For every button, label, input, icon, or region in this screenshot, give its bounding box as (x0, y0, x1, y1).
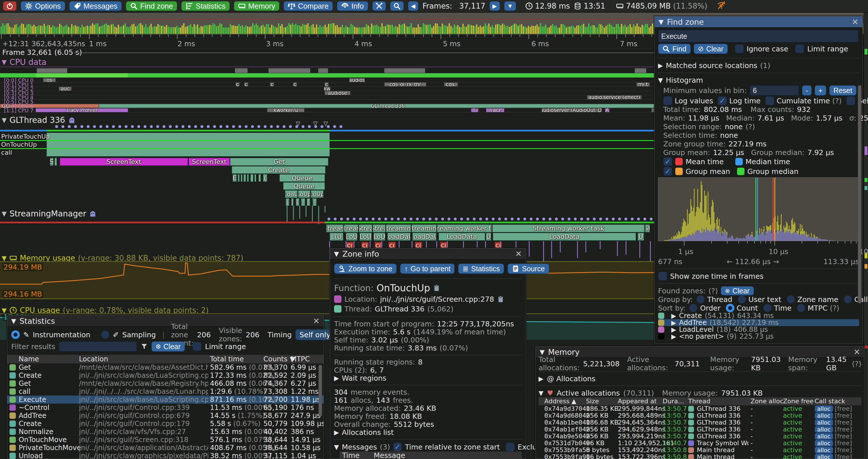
message-dot[interactable] (175, 125, 178, 128)
memory-table-header[interactable]: Address ▲SizeAppeared atDura...ThreadZon… (538, 397, 861, 405)
message-dot[interactable] (150, 125, 153, 128)
zone-kworker/u[interactable]: kworker/u (267, 108, 305, 112)
allocation-row[interactable]: 0x74a9d68040256 KB295,668,489ns13:50.7GL… (538, 412, 861, 419)
message-dot[interactable] (131, 125, 134, 128)
message-dot[interactable] (587, 218, 589, 221)
zone-LoadDaU[interactable]: LoadDaU (388, 233, 410, 240)
message-dot[interactable] (378, 218, 381, 221)
message-dot[interactable] (346, 218, 349, 221)
message-dot[interactable] (308, 125, 311, 128)
message-dot[interactable] (606, 218, 608, 221)
info-button[interactable]: Info (337, 1, 368, 11)
message-dot[interactable] (61, 125, 64, 128)
msg-column-Message[interactable]: Message (374, 452, 405, 459)
message-dot[interactable] (200, 125, 204, 128)
alloc-button[interactable]: alloc (814, 440, 833, 447)
zone-|~[interactable]: |~ (312, 198, 316, 206)
table-row[interactable]: Createjni/../jni/src/claw/base/LuaScript… (7, 371, 324, 380)
bin-reset-button[interactable]: Reset (829, 85, 857, 96)
zone-fragment[interactable] (238, 174, 240, 182)
column-header-Counts[interactable]: Counts ▼ (264, 355, 295, 363)
message-dot[interactable] (353, 218, 355, 221)
found-zones-list[interactable]: ▶Create(54,131)643.34 ms▶AddTree(18,542)… (658, 312, 859, 340)
find-button[interactable]: Find (658, 44, 691, 54)
sortby-Count[interactable] (726, 304, 735, 312)
message-dot[interactable] (295, 125, 298, 128)
message-dot[interactable] (372, 218, 375, 221)
allocations-expander[interactable]: ▶@ Allocations (538, 374, 861, 383)
log-values-checkbox[interactable] (663, 96, 673, 105)
message-dot[interactable] (410, 218, 412, 221)
message-dot[interactable] (162, 125, 165, 128)
messages-header[interactable]: TimeMessage (340, 452, 522, 459)
table-row[interactable]: Createjni/../jni/src/guif/Control.cpp:17… (7, 420, 324, 428)
filter-input[interactable] (59, 341, 137, 352)
zone-call[interactable] (46, 149, 330, 157)
cumulate-checkbox[interactable] (765, 96, 774, 105)
message-dot[interactable] (340, 218, 343, 221)
zone-audioserver (AudioOut_D)[interactable]: audioserver (AudioOut_D) (542, 108, 602, 112)
message-dot[interactable] (599, 218, 602, 221)
message-dot[interactable] (536, 218, 539, 221)
mem-column-Appeared at[interactable]: Appeared at (618, 397, 657, 405)
zone-cds_ol_rx_thr[interactable]: cds_ol_rx_thr (384, 83, 426, 87)
zone-fragment[interactable] (244, 174, 246, 182)
allocation-row[interactable]: 0x74ab1be040186.68 KB294,645,364ns13:50.… (538, 419, 861, 426)
groupby-Thread[interactable] (696, 295, 705, 304)
message-dot[interactable] (320, 125, 323, 128)
matched-expander[interactable]: ▶Matched source locations(1) (658, 61, 859, 70)
message-dot[interactable] (612, 218, 615, 221)
cpu-data-header[interactable]: ▼CPU data (2, 57, 46, 67)
collapse-icon[interactable]: ▼ (334, 250, 339, 258)
message-dot[interactable] (517, 218, 520, 221)
instrumentation-radio[interactable] (11, 330, 20, 339)
message-dot[interactable] (169, 125, 172, 128)
table-row[interactable]: Get/mnt/e/claw/src/claw/base/AssetDict.h… (7, 363, 324, 371)
zone-LoU[interactable]: LoU (360, 233, 372, 240)
message-dot[interactable] (264, 125, 267, 128)
zone-os[interactable]: os (43, 78, 56, 82)
glthread-header[interactable]: ▼GLThread 336 (2, 116, 75, 125)
message-dot[interactable] (486, 218, 488, 221)
zone-([interactable]: ( (307, 198, 310, 206)
message-dot[interactable] (328, 218, 330, 221)
zone-([interactable]: ( (296, 198, 299, 206)
message-dot[interactable] (302, 125, 305, 128)
zone-LoaU[interactable]: LoaU (285, 190, 298, 198)
find-zone-scrollbar[interactable] (858, 85, 861, 303)
zone-U[interactable]: U (486, 233, 491, 240)
zone-LoadData[interactable]: LoadData (493, 233, 636, 240)
zone-Stream[interactable]: Stream (326, 225, 343, 232)
message-dot[interactable] (637, 218, 640, 221)
message-dot[interactable] (188, 125, 191, 128)
zone-|~[interactable]: |~ (301, 198, 305, 206)
frame-dropdown-button[interactable]: ▼ (504, 1, 516, 11)
zone-U[interactable]: U (638, 233, 644, 240)
table-row[interactable]: Get/mnt/e/claw/src/claw/base/Registry.hp… (7, 380, 324, 388)
zone-mi.t[interactable]: mi.t (637, 83, 650, 87)
message-dot[interactable] (257, 125, 260, 128)
mean-median-checkbox[interactable] (663, 157, 673, 166)
message-dot[interactable] (359, 218, 362, 221)
close-icon[interactable]: ✕ (313, 316, 320, 326)
mem-column-Zone free[interactable]: Zone free (783, 397, 813, 405)
find-limit-range-checkbox[interactable] (795, 44, 804, 54)
message-dot[interactable] (429, 218, 431, 221)
zone-LoUp[interactable]: LoUp (311, 190, 323, 198)
show-zone-time-checkbox[interactable] (658, 271, 667, 281)
mem-column-Thread[interactable]: Thread (688, 397, 710, 405)
log-time-checkbox[interactable] (718, 96, 727, 105)
options-button[interactable]: Options (21, 1, 65, 11)
message-dot[interactable] (403, 218, 406, 221)
message-dot[interactable] (454, 218, 457, 221)
zone-audios[interactable]: audios (349, 78, 365, 82)
zone-LoUp[interactable]: LoUp (298, 190, 310, 198)
sampling-radio[interactable] (101, 330, 110, 339)
message-dot[interactable] (397, 218, 400, 221)
compare-button[interactable]: Compare (283, 1, 333, 11)
zone-S[interactable]: S (50, 158, 54, 166)
memory-table[interactable]: 0x74a9d37040186.35 KB295,999,844ns13:50.… (538, 405, 861, 459)
message-dot[interactable] (624, 218, 627, 221)
allocation-row[interactable]: 0x74ab9e5040256 KB293,994,219ns13:50.7GL… (538, 433, 861, 440)
mem-column-Zone alloc[interactable]: Zone alloc (750, 397, 783, 405)
